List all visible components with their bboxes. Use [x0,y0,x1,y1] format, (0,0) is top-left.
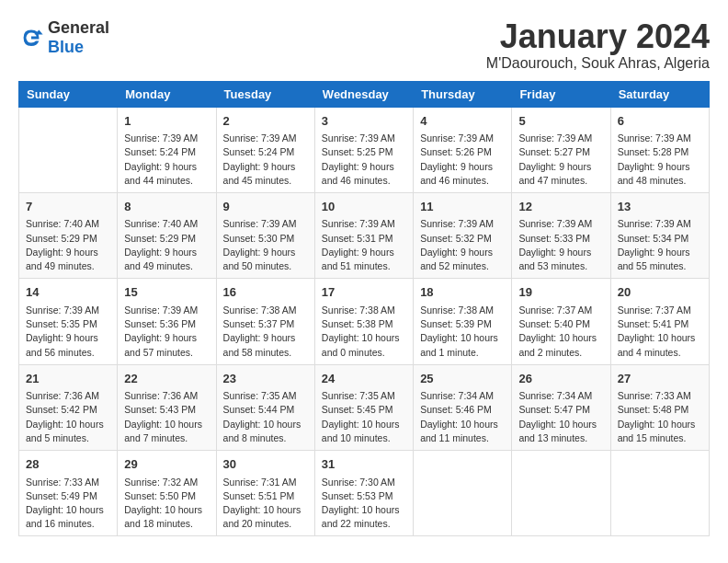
day-info: Sunrise: 7:39 AMSunset: 5:31 PMDaylight:… [322,217,406,273]
day-number: 8 [124,198,209,216]
day-info: Sunrise: 7:30 AMSunset: 5:53 PMDaylight:… [322,476,406,532]
calendar-cell: 20Sunrise: 7:37 AMSunset: 5:41 PMDayligh… [610,279,709,364]
calendar-cell: 19Sunrise: 7:37 AMSunset: 5:40 PMDayligh… [512,279,610,364]
day-number: 13 [618,198,702,216]
day-number: 9 [223,198,308,216]
weekday-header-saturday: Saturday [610,81,709,107]
day-info: Sunrise: 7:32 AMSunset: 5:50 PMDaylight:… [124,476,209,532]
calendar-cell: 11Sunrise: 7:39 AMSunset: 5:32 PMDayligh… [414,192,512,278]
day-number: 26 [518,370,603,388]
calendar-cell: 17Sunrise: 7:38 AMSunset: 5:38 PMDayligh… [314,279,413,364]
weekday-header-friday: Friday [512,81,610,107]
day-info: Sunrise: 7:34 AMSunset: 5:46 PMDaylight:… [420,389,505,445]
day-info: Sunrise: 7:35 AMSunset: 5:45 PMDaylight:… [322,389,406,445]
day-number: 12 [518,198,603,216]
weekday-header-sunday: Sunday [19,81,118,107]
calendar-cell: 2Sunrise: 7:39 AMSunset: 5:24 PMDaylight… [216,107,314,192]
day-info: Sunrise: 7:33 AMSunset: 5:49 PMDaylight:… [26,476,110,532]
day-info: Sunrise: 7:38 AMSunset: 5:37 PMDaylight:… [223,304,308,360]
logo-icon [18,25,44,51]
logo: General Blue [18,18,109,57]
calendar-cell [512,451,610,536]
day-info: Sunrise: 7:33 AMSunset: 5:48 PMDaylight:… [618,389,702,445]
day-info: Sunrise: 7:39 AMSunset: 5:24 PMDaylight:… [223,132,308,188]
calendar-cell: 16Sunrise: 7:38 AMSunset: 5:37 PMDayligh… [216,279,314,364]
day-info: Sunrise: 7:38 AMSunset: 5:39 PMDaylight:… [420,304,505,360]
day-number: 15 [124,283,209,302]
day-number: 27 [618,370,702,388]
calendar-cell: 5Sunrise: 7:39 AMSunset: 5:27 PMDaylight… [512,107,610,192]
calendar-cell: 8Sunrise: 7:40 AMSunset: 5:29 PMDaylight… [118,192,216,278]
calendar-cell: 25Sunrise: 7:34 AMSunset: 5:46 PMDayligh… [414,364,512,450]
day-info: Sunrise: 7:31 AMSunset: 5:51 PMDaylight:… [223,476,308,532]
day-number: 21 [26,370,110,388]
day-number: 31 [322,455,406,474]
weekday-header-monday: Monday [118,81,216,107]
page-header: General Blue January 2024 M'Daourouch, S… [18,18,710,72]
weekday-header-thursday: Thursday [414,81,512,107]
day-info: Sunrise: 7:39 AMSunset: 5:36 PMDaylight:… [124,304,209,360]
day-number: 4 [420,112,505,131]
day-number: 25 [420,370,505,388]
day-info: Sunrise: 7:40 AMSunset: 5:29 PMDaylight:… [26,217,110,273]
day-info: Sunrise: 7:37 AMSunset: 5:40 PMDaylight:… [518,304,603,360]
day-number: 19 [518,283,603,302]
day-info: Sunrise: 7:36 AMSunset: 5:42 PMDaylight:… [26,389,110,445]
day-info: Sunrise: 7:39 AMSunset: 5:35 PMDaylight:… [26,304,110,360]
calendar-cell: 1Sunrise: 7:39 AMSunset: 5:24 PMDaylight… [118,107,216,192]
calendar-week-row: 28Sunrise: 7:33 AMSunset: 5:49 PMDayligh… [19,451,710,536]
day-info: Sunrise: 7:35 AMSunset: 5:44 PMDaylight:… [223,389,308,445]
day-number: 18 [420,283,505,302]
day-number: 28 [26,455,110,474]
calendar-cell [19,107,118,192]
calendar-cell: 10Sunrise: 7:39 AMSunset: 5:31 PMDayligh… [314,192,413,278]
day-info: Sunrise: 7:37 AMSunset: 5:41 PMDaylight:… [618,304,702,360]
calendar-cell: 6Sunrise: 7:39 AMSunset: 5:28 PMDaylight… [610,107,709,192]
calendar-cell: 7Sunrise: 7:40 AMSunset: 5:29 PMDaylight… [19,192,118,278]
day-number: 1 [124,112,209,131]
calendar-week-row: 21Sunrise: 7:36 AMSunset: 5:42 PMDayligh… [19,364,710,450]
logo-text: General Blue [48,18,109,57]
day-number: 23 [223,370,308,388]
day-info: Sunrise: 7:39 AMSunset: 5:26 PMDaylight:… [420,132,505,188]
day-info: Sunrise: 7:38 AMSunset: 5:38 PMDaylight:… [322,304,406,360]
calendar-cell: 23Sunrise: 7:35 AMSunset: 5:44 PMDayligh… [216,364,314,450]
day-number: 6 [618,112,702,131]
day-number: 3 [322,112,406,131]
day-number: 29 [124,455,209,474]
day-info: Sunrise: 7:39 AMSunset: 5:28 PMDaylight:… [618,132,702,188]
day-number: 16 [223,283,308,302]
weekday-header-wednesday: Wednesday [314,81,413,107]
calendar-cell: 29Sunrise: 7:32 AMSunset: 5:50 PMDayligh… [118,451,216,536]
day-number: 22 [124,370,209,388]
day-info: Sunrise: 7:34 AMSunset: 5:47 PMDaylight:… [518,389,603,445]
weekday-header-tuesday: Tuesday [216,81,314,107]
calendar-cell: 18Sunrise: 7:38 AMSunset: 5:39 PMDayligh… [414,279,512,364]
calendar-cell: 3Sunrise: 7:39 AMSunset: 5:25 PMDaylight… [314,107,413,192]
day-info: Sunrise: 7:36 AMSunset: 5:43 PMDaylight:… [124,389,209,445]
calendar-cell: 24Sunrise: 7:35 AMSunset: 5:45 PMDayligh… [314,364,413,450]
calendar-cell: 26Sunrise: 7:34 AMSunset: 5:47 PMDayligh… [512,364,610,450]
calendar-cell: 28Sunrise: 7:33 AMSunset: 5:49 PMDayligh… [19,451,118,536]
calendar-week-row: 1Sunrise: 7:39 AMSunset: 5:24 PMDaylight… [19,107,710,192]
location-title: M'Daourouch, Souk Ahras, Algeria [486,55,710,72]
title-section: January 2024 M'Daourouch, Souk Ahras, Al… [486,18,710,72]
calendar-cell: 27Sunrise: 7:33 AMSunset: 5:48 PMDayligh… [610,364,709,450]
day-info: Sunrise: 7:40 AMSunset: 5:29 PMDaylight:… [124,217,209,273]
calendar-cell: 15Sunrise: 7:39 AMSunset: 5:36 PMDayligh… [118,279,216,364]
day-info: Sunrise: 7:39 AMSunset: 5:25 PMDaylight:… [322,132,406,188]
day-number: 17 [322,283,406,302]
day-info: Sunrise: 7:39 AMSunset: 5:34 PMDaylight:… [618,217,702,273]
day-number: 7 [26,198,110,216]
weekday-header-row: SundayMondayTuesdayWednesdayThursdayFrid… [19,81,710,107]
day-number: 10 [322,198,406,216]
day-number: 20 [618,283,702,302]
day-number: 2 [223,112,308,131]
calendar-cell: 12Sunrise: 7:39 AMSunset: 5:33 PMDayligh… [512,192,610,278]
day-number: 24 [322,370,406,388]
calendar-week-row: 14Sunrise: 7:39 AMSunset: 5:35 PMDayligh… [19,279,710,364]
calendar-cell: 22Sunrise: 7:36 AMSunset: 5:43 PMDayligh… [118,364,216,450]
day-info: Sunrise: 7:39 AMSunset: 5:24 PMDaylight:… [124,132,209,188]
calendar-cell: 21Sunrise: 7:36 AMSunset: 5:42 PMDayligh… [19,364,118,450]
day-number: 30 [223,455,308,474]
